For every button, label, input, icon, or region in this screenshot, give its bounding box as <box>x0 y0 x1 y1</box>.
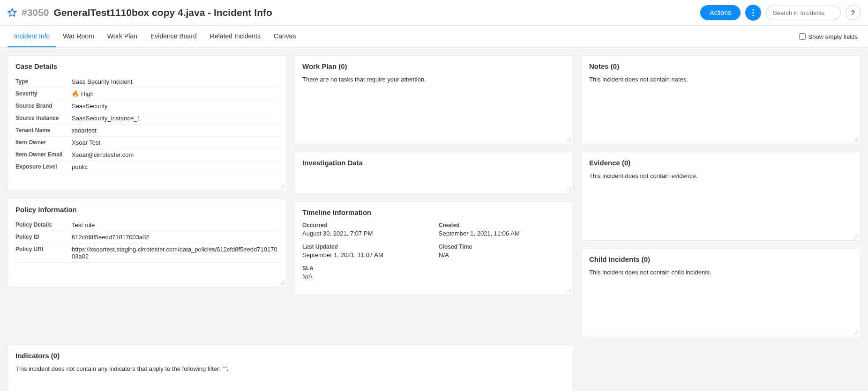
timeline-label: Created <box>439 222 566 229</box>
child-empty: This incident does not contain child inc… <box>589 269 853 276</box>
show-empty-checkbox[interactable]: Show empty fields <box>799 33 861 40</box>
search-input[interactable] <box>766 6 841 20</box>
timeline-item: Closed TimeN/A <box>439 243 566 258</box>
kv-label: Type <box>15 78 72 85</box>
more-button[interactable] <box>745 5 761 21</box>
kv-label: Exposure Level <box>15 163 72 170</box>
tab-war-room[interactable]: War Room <box>56 26 100 47</box>
col-mid: Work Plan (0) There are no tasks that re… <box>294 55 574 295</box>
col-left: Case Details TypeSaas Security IncidentS… <box>7 55 287 288</box>
tab-work-plan[interactable]: Work Plan <box>101 26 144 47</box>
help-button[interactable]: ? <box>846 5 861 20</box>
kv-row: Severity🔥High <box>15 88 279 100</box>
policy-card: Policy Information Policy DetailsTest ru… <box>7 199 287 288</box>
more-vertical-icon <box>752 9 754 16</box>
case-details-card: Case Details TypeSaas Security IncidentS… <box>7 55 287 191</box>
kv-value-text: Xsoar Test <box>72 139 100 146</box>
resize-handle-icon[interactable] <box>853 330 858 335</box>
svg-point-2 <box>752 12 754 13</box>
kv-value: xsoartest <box>72 127 97 134</box>
timeline-label: SLA <box>302 265 429 272</box>
kv-row: Item OwnerXsoar Test <box>15 137 279 149</box>
kv-value-text: public <box>72 163 88 170</box>
kv-label: Severity <box>15 90 72 97</box>
incident-id: #3050 <box>22 7 49 18</box>
tab-evidence-board[interactable]: Evidence Board <box>144 26 203 47</box>
star-icon[interactable] <box>7 8 17 17</box>
kv-value-text: High <box>81 90 94 97</box>
kv-value: Test rule <box>72 221 95 229</box>
indicators-empty: This incident does not contain any indic… <box>15 365 566 372</box>
kv-label: Policy ID <box>15 234 72 240</box>
notes-card: Notes (0) This incident does not contain… <box>581 55 861 144</box>
actions-button[interactable]: Actions <box>700 5 741 20</box>
kv-label: Source Instance <box>15 115 72 121</box>
policy-rows: Policy DetailsTest rulePolicy ID612cfd8f… <box>15 219 279 263</box>
show-empty-label: Show empty fields <box>808 33 858 40</box>
kv-row: TypeSaas Security Incident <box>15 76 279 88</box>
indicators-card: Indicators (0) This incident does not co… <box>7 345 574 391</box>
col-right: Notes (0) This incident does not contain… <box>581 55 861 337</box>
kv-value: 612cfd8f5eedd71017003a02 <box>72 234 150 241</box>
kv-label: Policy URI <box>15 246 72 252</box>
kv-row: Source BrandSaasSecurity <box>15 100 279 112</box>
tab-related-incidents[interactable]: Related Incidents <box>203 26 267 47</box>
timeline-item: SLAN/A <box>302 265 429 280</box>
resize-handle-icon[interactable] <box>853 137 858 142</box>
kv-value-text: Saas Security Incident <box>72 78 132 85</box>
kv-value-text: SaasSecurity <box>72 103 108 110</box>
case-details-rows: TypeSaas Security IncidentSeverity🔥HighS… <box>15 76 279 173</box>
timeline-item: OccurredAugust 30, 2021, 7:07 PM <box>302 222 429 237</box>
flame-icon: 🔥 <box>72 90 79 97</box>
kv-value-text: xsoartest <box>72 127 97 134</box>
investigation-title: Investigation Data <box>302 159 566 167</box>
evidence-card: Evidence (0) This incident does not cont… <box>581 152 861 241</box>
tabs-bar: Incident Info War Room Work Plan Evidenc… <box>0 26 868 48</box>
kv-label: Item Owner Email <box>15 151 72 158</box>
resize-handle-icon[interactable] <box>567 187 571 192</box>
timeline-item: Last UpdatedSeptember 1, 2021, 11:07 AM <box>302 243 429 258</box>
svg-point-3 <box>752 15 754 16</box>
timeline-value: September 1, 2021, 11:06 AM <box>439 230 566 237</box>
kv-row: Policy ID612cfd8f5eedd71017003a02 <box>15 231 279 243</box>
page-title: GeneralTest1110box copy 4.java - Inciden… <box>53 7 272 18</box>
evidence-title: Evidence (0) <box>589 159 853 167</box>
kv-value: public <box>72 163 88 170</box>
resize-handle-icon[interactable] <box>567 137 571 142</box>
kv-row: Item Owner EmailXsoar@cirrotester.com <box>15 149 279 161</box>
tab-canvas[interactable]: Canvas <box>267 26 302 47</box>
kv-label: Source Brand <box>15 103 72 109</box>
kv-value: https://xsoartest.staging.cirrotester.co… <box>72 246 279 260</box>
kv-row: Exposure Levelpublic <box>15 161 279 173</box>
investigation-card: Investigation Data <box>294 152 574 194</box>
kv-value: SaasSecurity <box>72 103 108 110</box>
svg-marker-0 <box>8 9 16 16</box>
resize-handle-icon[interactable] <box>853 234 858 238</box>
resize-handle-icon[interactable] <box>280 280 284 285</box>
kv-value-text: Xsoar@cirrotester.com <box>72 151 134 158</box>
timeline-label: Closed Time <box>439 243 566 250</box>
show-empty-input[interactable] <box>799 33 806 40</box>
evidence-empty: This incident does not contain evidence. <box>589 172 853 179</box>
kv-value: Xsoar@cirrotester.com <box>72 151 134 158</box>
resize-handle-icon[interactable] <box>567 288 571 293</box>
notes-empty: This incident does not contain notes. <box>589 76 853 83</box>
timeline-value: N/A <box>439 251 566 258</box>
notes-title: Notes (0) <box>589 62 853 70</box>
resize-handle-icon[interactable] <box>280 184 284 189</box>
kv-row: Policy URIhttps://xsoartest.staging.cirr… <box>15 243 279 263</box>
kv-value-text: SaasSecurity_instance_1 <box>72 115 141 122</box>
timeline-item: CreatedSeptember 1, 2021, 11:06 AM <box>439 222 566 237</box>
child-incidents-card: Child Incidents (0) This incident does n… <box>581 248 861 337</box>
kv-value: Saas Security Incident <box>72 78 132 85</box>
kv-label: Item Owner <box>15 139 72 146</box>
kv-row: Tenant Namexsoartest <box>15 125 279 137</box>
timeline-label: Last Updated <box>302 243 429 250</box>
svg-point-1 <box>752 9 754 10</box>
case-details-title: Case Details <box>15 62 279 70</box>
timeline-label: Occurred <box>302 222 429 229</box>
timeline-value: August 30, 2021, 7:07 PM <box>302 230 429 237</box>
tab-incident-info[interactable]: Incident Info <box>7 26 56 47</box>
content-grid: Case Details TypeSaas Security IncidentS… <box>0 48 868 391</box>
kv-label: Tenant Name <box>15 127 72 133</box>
